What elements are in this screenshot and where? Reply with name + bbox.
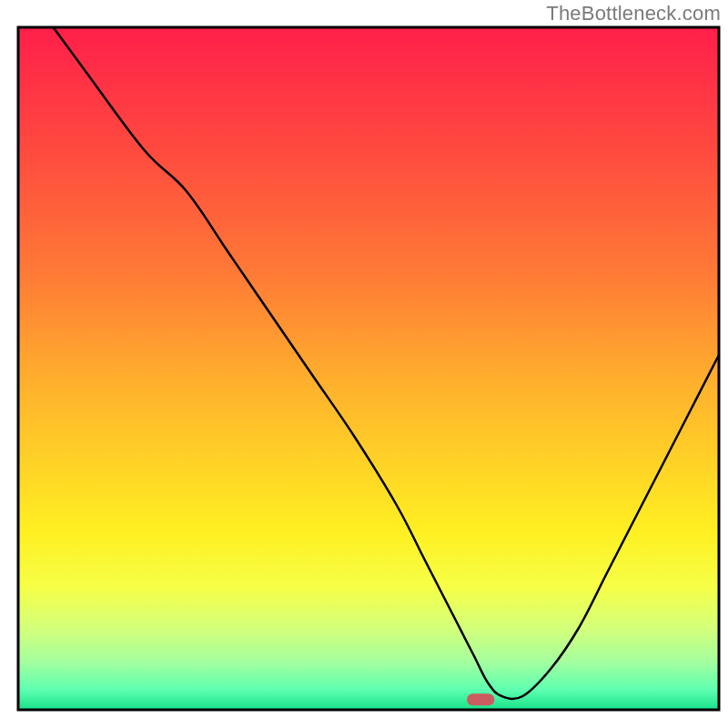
bottleneck-chart: TheBottleneck.com: [0, 0, 728, 728]
plot-background: [18, 27, 719, 710]
chart-svg: [0, 0, 728, 728]
minimum-marker: [467, 693, 494, 705]
watermark-text: TheBottleneck.com: [546, 2, 721, 25]
